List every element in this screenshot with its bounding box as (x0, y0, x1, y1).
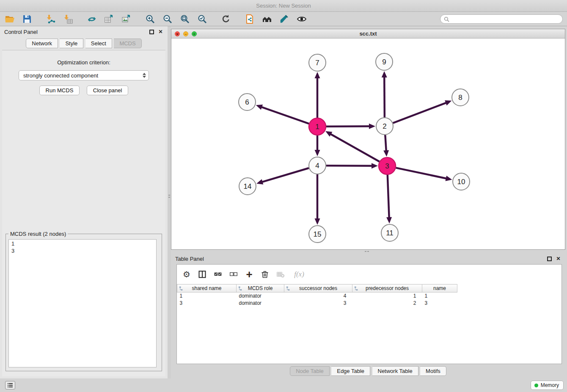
table-row[interactable]: 1dominator411 (177, 293, 457, 300)
graph-edge-arrowhead (383, 150, 389, 157)
float-table-panel-icon[interactable] (547, 257, 552, 261)
task-history-icon[interactable] (5, 381, 15, 389)
save-session-icon[interactable] (22, 14, 33, 25)
network-canvas[interactable]: 7968124314101511 (171, 39, 565, 249)
memory-button[interactable]: Memory (531, 381, 564, 390)
toolbar-search[interactable] (440, 14, 563, 24)
delete-row-icon[interactable] (260, 270, 270, 279)
tab-select[interactable]: Select (85, 39, 112, 48)
graph-edge-arrowhead (315, 72, 320, 78)
control-panel-tabs: Network Style Select MCDS (0, 39, 168, 48)
import-table-icon[interactable] (63, 14, 74, 25)
table-cell[interactable]: dominator (237, 300, 284, 307)
horizontal-splitter[interactable] (171, 250, 565, 253)
close-window-icon[interactable]: ✕ (175, 31, 180, 36)
graph-node-label: 7 (315, 59, 319, 67)
table-cell[interactable]: 2 (352, 300, 422, 307)
network-window-titlebar[interactable]: ✕ − + scc.txt (171, 29, 565, 39)
graph-edge-arrowhead (386, 217, 392, 224)
add-row-icon[interactable]: + (245, 270, 254, 279)
zoom-out-icon[interactable] (162, 14, 173, 25)
tab-style[interactable]: Style (60, 39, 83, 48)
table-cell[interactable]: 3 (422, 300, 457, 307)
splitter-grip (168, 195, 170, 196)
clone-network-icon[interactable] (244, 14, 255, 25)
float-panel-icon[interactable] (149, 30, 154, 34)
home-icon[interactable] (261, 14, 272, 25)
column-header-mcds-role[interactable]: MCDS role (237, 284, 284, 293)
tab-mcds[interactable]: MCDS (114, 39, 141, 48)
graph-edge-arrowhead (445, 100, 451, 105)
refresh-icon[interactable] (220, 14, 231, 25)
table-cell[interactable]: 1 (177, 293, 237, 300)
zoom-fit-icon[interactable] (179, 14, 190, 25)
search-input[interactable] (451, 16, 559, 22)
close-panel-icon[interactable]: ✕ (158, 29, 163, 35)
optimization-criterion-label: Optimization criterion: (2, 59, 165, 66)
graph-node-label: 10 (457, 178, 465, 186)
tab-network[interactable]: Network (26, 39, 58, 48)
graph-edge-3-1[interactable] (330, 134, 380, 162)
export-image-icon[interactable] (121, 14, 132, 25)
table-cell[interactable]: 3 (177, 300, 237, 307)
deselect-all-icon[interactable] (229, 270, 238, 279)
tab-node-table[interactable]: Node Table (290, 366, 330, 376)
export-table-icon[interactable] (104, 14, 115, 25)
mcds-result-list[interactable]: 1 3 (8, 239, 157, 367)
network-graph[interactable]: 7968124314101511 (171, 39, 565, 250)
import-network-icon[interactable] (45, 14, 56, 25)
table-settings-icon[interactable]: ⚙ (182, 270, 191, 279)
graph-edge-arrowhead (256, 105, 263, 110)
column-header-successor-nodes[interactable]: successor nodes (284, 284, 352, 293)
table-cell[interactable]: 3 (284, 300, 352, 307)
open-session-icon[interactable] (4, 14, 15, 25)
mcds-result-title: MCDS result (2 nodes) (8, 231, 68, 237)
show-hide-icon[interactable] (296, 14, 307, 25)
window-titlebar[interactable]: Session: New Session (0, 0, 567, 12)
table-panel-content: ⚙ + f(x) (176, 264, 562, 364)
table-cell[interactable]: 1 (352, 293, 422, 300)
table-cell[interactable]: 4 (284, 293, 352, 300)
fx-label: f(x) (294, 270, 304, 279)
graph-edge-1-6[interactable] (261, 107, 309, 124)
control-panel-title: Control Panel (4, 29, 146, 35)
graph-edge-2-8[interactable] (393, 102, 447, 123)
close-panel-button[interactable]: Close panel (87, 86, 129, 95)
dropdown-stepper-icon (143, 73, 146, 78)
table-toolbar: ⚙ + f(x) (177, 265, 561, 284)
graph-node-label: 2 (383, 122, 386, 130)
first-neighbors-icon[interactable] (86, 14, 97, 25)
graph-edge-4-14[interactable] (261, 168, 309, 182)
column-header-name[interactable]: name (422, 284, 457, 293)
graph-edge-2-9[interactable] (384, 76, 385, 117)
tab-edge-table[interactable]: Edge Table (331, 366, 370, 376)
graph-edge-3-10[interactable] (396, 168, 447, 179)
zoom-in-icon[interactable] (145, 14, 156, 25)
sort-icon (286, 286, 291, 292)
apply-style-icon[interactable] (279, 14, 290, 25)
table-row[interactable]: 3dominator323 (177, 300, 457, 307)
table-cell[interactable]: 1 (422, 293, 457, 300)
column-header-shared-name[interactable]: shared name (177, 284, 237, 293)
delete-table-icon[interactable] (276, 270, 285, 279)
graph-edge-4-3[interactable] (326, 166, 373, 166)
maximize-window-icon[interactable]: + (192, 31, 197, 36)
close-table-panel-icon[interactable]: ✕ (556, 256, 561, 262)
graph-node-label: 6 (245, 98, 249, 106)
function-builder-icon[interactable]: f(x) (292, 270, 307, 279)
tab-network-table[interactable]: Network Table (372, 366, 418, 376)
select-all-icon[interactable] (213, 270, 223, 279)
zoom-selected-icon[interactable] (197, 14, 208, 25)
optimization-criterion-select[interactable]: strongly connected component (19, 70, 149, 80)
vertical-splitter[interactable] (168, 26, 171, 378)
graph-node-label: 9 (382, 58, 386, 66)
minimize-window-icon[interactable]: − (183, 31, 188, 36)
column-header-predecessor-nodes[interactable]: predecessor nodes (352, 284, 422, 293)
table-cell[interactable]: dominator (237, 293, 284, 300)
split-panel-icon[interactable] (198, 270, 207, 279)
run-mcds-button[interactable]: Run MCDS (39, 86, 80, 95)
graph-edge-2-3[interactable] (385, 135, 386, 152)
graph-edge-3-11[interactable] (388, 175, 389, 218)
tab-motifs[interactable]: Motifs (420, 366, 446, 376)
graph-edge-1-2[interactable] (326, 126, 370, 127)
